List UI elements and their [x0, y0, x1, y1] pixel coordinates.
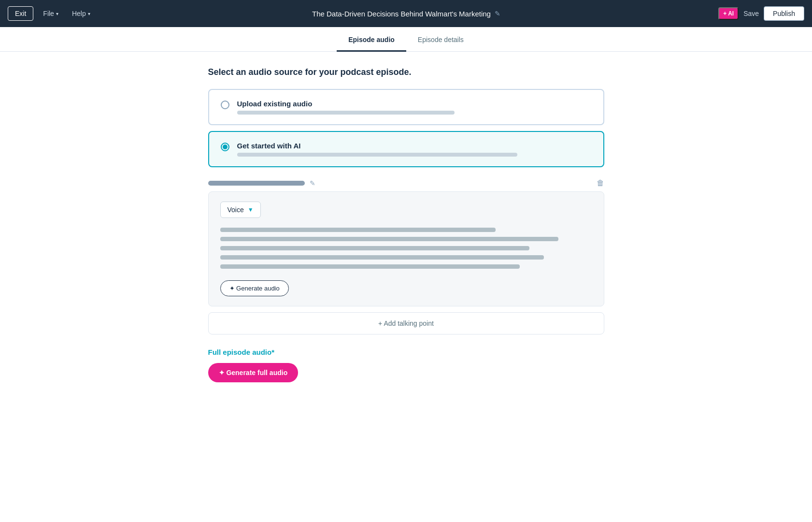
- upload-audio-option[interactable]: Upload existing audio: [208, 89, 604, 125]
- file-menu[interactable]: File ▾: [39, 7, 62, 20]
- script-line-2: [220, 237, 558, 241]
- save-button[interactable]: Save: [743, 10, 759, 17]
- top-navigation: Exit File ▾ Help ▾ The Data-Driven Decis…: [0, 0, 812, 27]
- full-audio-label: Full episode audio*: [208, 348, 604, 356]
- talking-point-delete-icon[interactable]: 🗑: [597, 179, 604, 188]
- script-line-5: [220, 264, 520, 269]
- main-content: Select an audio source for your podcast …: [189, 52, 624, 398]
- help-chevron-icon: ▾: [88, 11, 90, 16]
- script-line-1: [220, 228, 496, 232]
- nav-right-actions: + AI Save Publish: [718, 6, 804, 21]
- upload-option-desc: [237, 111, 455, 115]
- voice-dropdown[interactable]: Voice ▼: [220, 202, 261, 218]
- upload-option-title: Upload existing audio: [237, 100, 455, 108]
- help-menu-label: Help: [72, 10, 86, 17]
- tab-episode-details[interactable]: Episode details: [406, 29, 475, 52]
- ai-option-desc: [237, 153, 517, 157]
- script-line-3: [220, 246, 529, 250]
- file-menu-label: File: [43, 10, 54, 17]
- generate-full-audio-button[interactable]: ✦ Generate full audio: [208, 363, 299, 382]
- talking-point-edit-icon[interactable]: ✎: [310, 179, 315, 187]
- upload-option-content: Upload existing audio: [237, 100, 455, 115]
- script-line-4: [220, 255, 544, 260]
- tabs-bar: Episode audio Episode details: [0, 27, 812, 52]
- document-title: The Data-Driven Decisions Behind Walmart…: [312, 10, 491, 18]
- ai-option-content: Get started with AI: [237, 142, 517, 157]
- help-menu[interactable]: Help ▾: [68, 7, 94, 20]
- ai-badge-button[interactable]: + AI: [718, 7, 739, 20]
- add-talking-point-button[interactable]: + Add talking point: [208, 312, 604, 334]
- generate-audio-button[interactable]: ✦ Generate audio: [220, 280, 289, 296]
- voice-chevron-icon: ▼: [248, 206, 254, 213]
- document-title-area: The Data-Driven Decisions Behind Walmart…: [100, 10, 713, 18]
- publish-button[interactable]: Publish: [764, 6, 804, 21]
- full-episode-audio-section: Full episode audio* ✦ Generate full audi…: [208, 348, 604, 382]
- section-title: Select an audio source for your podcast …: [208, 67, 604, 77]
- ai-audio-option[interactable]: Get started with AI: [208, 131, 604, 167]
- ai-radio[interactable]: [221, 143, 229, 151]
- talking-point-header: ✎ 🗑: [208, 179, 604, 188]
- talking-point-label: [208, 181, 305, 186]
- talking-point-card: Voice ▼ ✦ Generate audio: [208, 191, 604, 306]
- exit-button[interactable]: Exit: [8, 6, 33, 21]
- title-edit-button[interactable]: ✎: [495, 10, 500, 17]
- ai-option-title: Get started with AI: [237, 142, 517, 150]
- voice-label: Voice: [228, 206, 244, 214]
- script-text-lines: [220, 228, 592, 269]
- upload-radio[interactable]: [221, 101, 229, 109]
- tab-episode-audio[interactable]: Episode audio: [337, 29, 406, 52]
- file-chevron-icon: ▾: [56, 11, 58, 16]
